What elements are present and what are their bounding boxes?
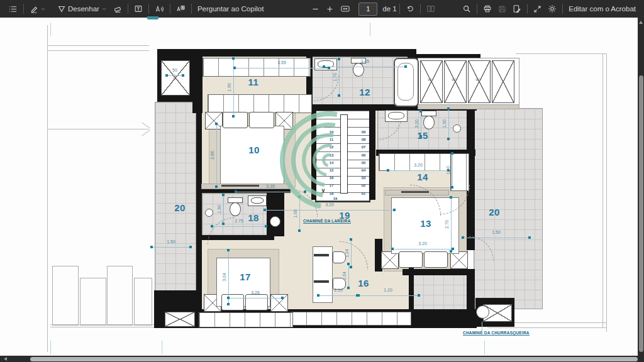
dimension-dot xyxy=(393,209,396,211)
save-as-button[interactable] xyxy=(509,1,525,16)
dimension-label: 1.00 xyxy=(293,209,297,218)
horizontal-scrollbar-thumb[interactable] xyxy=(30,357,638,361)
dimension-line xyxy=(318,295,358,296)
wall xyxy=(157,97,196,102)
pillow xyxy=(245,294,268,310)
page-number-input[interactable] xyxy=(358,3,377,16)
divider xyxy=(420,4,421,14)
dimension-dot xyxy=(182,74,184,77)
dimension-dot xyxy=(233,67,236,69)
dimension-dot xyxy=(235,190,237,193)
dimension-line xyxy=(223,195,224,224)
rotate-button[interactable] xyxy=(402,1,418,16)
fit-to-width-button[interactable] xyxy=(337,1,353,16)
fit-width-icon xyxy=(340,4,350,13)
room-label-10: 10 xyxy=(248,145,260,155)
settings-button[interactable] xyxy=(545,1,560,16)
dimension-dot xyxy=(150,246,153,248)
text-box-icon xyxy=(134,4,143,13)
save-button[interactable] xyxy=(495,1,509,16)
annotation-leader-line xyxy=(482,322,482,331)
room-label-17: 17 xyxy=(240,272,251,282)
dimension-dot xyxy=(391,248,394,250)
dimension-line xyxy=(357,295,419,296)
dimension-label: 3.20 xyxy=(418,241,427,246)
zoom-out-button[interactable] xyxy=(308,1,323,16)
fold-mark xyxy=(370,23,370,36)
dimension-dot xyxy=(387,169,389,172)
sheet-line xyxy=(50,324,154,325)
fullscreen-button[interactable] xyxy=(530,1,545,16)
dimension-line xyxy=(339,59,340,96)
table-of-contents-button[interactable] xyxy=(5,1,21,16)
search-button[interactable] xyxy=(459,1,474,16)
read-aloud-button[interactable] xyxy=(152,1,167,16)
dimension-dot xyxy=(452,248,454,250)
sheet-line xyxy=(47,45,149,46)
dimension-dot xyxy=(347,263,350,265)
room-label-11: 11 xyxy=(248,77,259,87)
search-icon xyxy=(462,4,471,13)
dimension-label: 3.45 xyxy=(360,59,369,63)
page-view-icon xyxy=(426,4,435,13)
stair-step-number: 10 xyxy=(330,130,334,134)
dimension-dot xyxy=(215,123,218,125)
dimension-label: 1.40 xyxy=(446,166,450,175)
bed-10 xyxy=(220,126,284,185)
room-label-20L: 20 xyxy=(174,202,186,213)
read-aloud-icon xyxy=(155,4,164,13)
divider xyxy=(191,4,192,14)
draw-button[interactable]: Desenhar xyxy=(54,1,110,16)
dimension-label: 3.20 xyxy=(325,202,334,207)
copilot-label[interactable]: Perguntar ao Copilot xyxy=(194,1,267,16)
stair-step-number: 09 xyxy=(362,130,366,134)
print-button[interactable] xyxy=(480,1,495,16)
tv-unit xyxy=(221,185,259,187)
page-view-button[interactable] xyxy=(423,1,438,16)
toolbar-pull-tab[interactable] xyxy=(147,16,158,19)
gear-icon xyxy=(548,4,557,13)
stair-step-number: 05 xyxy=(362,161,366,165)
wardrobe-panel xyxy=(468,60,491,103)
dimension-label: 2.75 xyxy=(235,219,243,223)
eraser-button[interactable] xyxy=(110,1,125,16)
highlighter-button[interactable] xyxy=(26,1,49,16)
translate-button[interactable] xyxy=(173,1,189,16)
stair-step-number: 06 xyxy=(362,153,366,157)
dimension-line xyxy=(212,226,266,227)
wardrobe-label: WD xyxy=(475,79,480,82)
dimension-line xyxy=(392,249,453,250)
scroll-left-arrow[interactable] xyxy=(4,357,7,361)
dimension-dot xyxy=(404,65,407,68)
dimension-label: 1.50 xyxy=(492,230,501,234)
dimension-dot xyxy=(338,58,340,60)
room-label-15: 15 xyxy=(417,130,428,141)
bathtub-inner xyxy=(397,63,414,101)
fireplace-chimney-label: CHAMINÉ DA LAREIRA xyxy=(303,219,351,224)
fold-mark xyxy=(162,341,162,354)
wall xyxy=(196,112,202,310)
save-as-icon xyxy=(513,4,521,13)
wardrobe-panel xyxy=(420,60,443,103)
vertical-scrollbar-thumb[interactable] xyxy=(639,75,643,352)
dimension-dot xyxy=(304,190,306,193)
pillow xyxy=(399,251,423,268)
dimension-dot xyxy=(447,107,450,110)
chevron-down-icon xyxy=(101,6,107,12)
plus-icon xyxy=(326,5,334,13)
dimension-dot xyxy=(347,287,350,289)
dimension-dot xyxy=(227,303,230,305)
zoom-in-button[interactable] xyxy=(323,1,337,16)
scroll-up-arrow[interactable] xyxy=(639,21,643,24)
acrobat-label[interactable]: Editar com o Acrobat xyxy=(565,1,639,16)
dimension-line xyxy=(265,210,394,211)
stair-step-number: 11 xyxy=(330,138,333,141)
dimension-label: 2.86 xyxy=(210,151,214,160)
dimension-dot xyxy=(350,238,352,241)
add-text-button[interactable] xyxy=(131,1,146,16)
sink-basin xyxy=(388,112,404,119)
dimension-dot xyxy=(232,57,235,60)
dimension-line xyxy=(152,247,191,248)
wardrobe-label: WD xyxy=(428,79,433,82)
dimension-line xyxy=(167,75,183,76)
